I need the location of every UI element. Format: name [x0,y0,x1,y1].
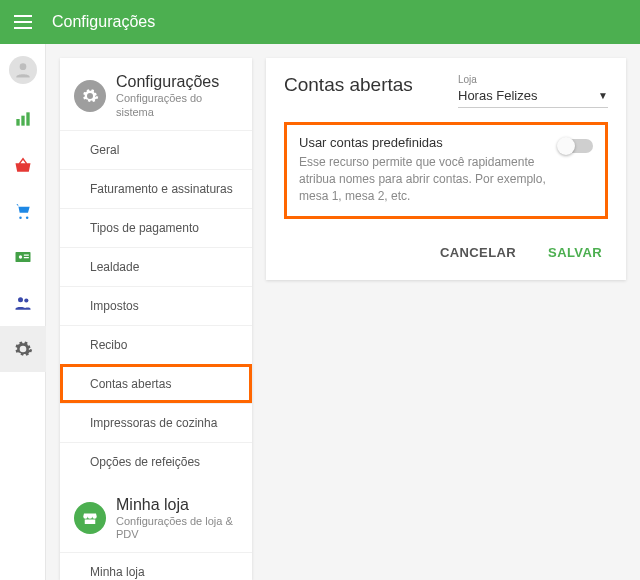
svg-point-4 [19,216,22,219]
store-select[interactable]: Loja Horas Felizes ▼ [458,74,608,108]
section-subtitle: Configurações de loja & PDV [116,515,238,543]
panel-title: Contas abertas [284,74,413,96]
setting-highlight: Usar contas predefinidas Esse recurso pe… [284,122,608,219]
svg-point-7 [18,255,21,258]
main-panel: Contas abertas Loja Horas Felizes ▼ Usar… [266,58,626,280]
sidebar-item-impressoras[interactable]: Impressoras de cozinha [60,403,252,442]
settings-sidebar: Configurações Configurações do sistema G… [60,58,252,580]
menu-icon[interactable] [14,11,36,33]
section-subtitle: Configurações do sistema [116,92,238,120]
store-select-label: Loja [458,74,608,85]
sidebar-item-contas-abertas[interactable]: Contas abertas [60,364,252,403]
cart-icon[interactable] [0,188,46,234]
store-select-value: Horas Felizes [458,88,537,103]
sidebar-item-recibo[interactable]: Recibo [60,325,252,364]
sidebar-item-lealdade[interactable]: Lealdade [60,247,252,286]
predefined-accounts-toggle[interactable] [559,139,593,153]
nav-rail [0,44,46,580]
svg-point-5 [25,216,28,219]
sidebar-item-faturamento[interactable]: Faturamento e assinaturas [60,169,252,208]
chevron-down-icon: ▼ [598,90,608,101]
gear-icon [74,80,106,112]
id-card-icon[interactable] [0,234,46,280]
sidebar-item-refeicoes[interactable]: Opções de refeições [60,442,252,481]
svg-point-0 [19,63,26,70]
save-button[interactable]: SALVAR [544,239,606,266]
stats-icon[interactable] [0,96,46,142]
svg-rect-1 [16,119,19,126]
cancel-button[interactable]: CANCELAR [436,239,520,266]
setting-desc: Esse recurso permite que você rapidament… [299,154,547,204]
settings-icon[interactable] [0,326,46,372]
section-head-config: Configurações Configurações do sistema [60,58,252,130]
svg-rect-2 [21,116,24,126]
topbar: Configurações [0,0,640,44]
section-title: Minha loja [116,495,238,515]
svg-point-10 [18,297,23,302]
setting-label: Usar contas predefinidas [299,135,547,150]
svg-point-11 [24,298,28,302]
sidebar-item-minha-loja[interactable]: Minha loja [60,552,252,580]
store-icon [74,502,106,534]
basket-icon[interactable] [0,142,46,188]
avatar-icon[interactable] [9,56,37,84]
people-icon[interactable] [0,280,46,326]
svg-rect-9 [23,257,28,258]
sidebar-item-pagamento[interactable]: Tipos de pagamento [60,208,252,247]
section-title: Configurações [116,72,238,92]
section-head-loja: Minha loja Configurações de loja & PDV [60,481,252,553]
svg-rect-3 [26,112,29,125]
sidebar-item-geral[interactable]: Geral [60,130,252,169]
page-title: Configurações [52,13,155,31]
svg-rect-8 [23,255,28,256]
sidebar-item-impostos[interactable]: Impostos [60,286,252,325]
